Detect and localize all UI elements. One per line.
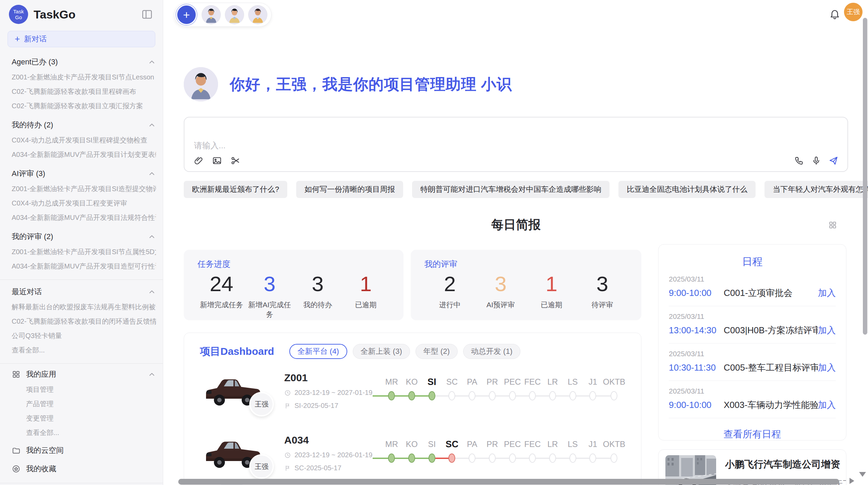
project-row-A034[interactable]: 王强A0342023-12-19 ~ 2026-01-19SC-2025-05-…: [200, 433, 625, 473]
sidebar-task-item[interactable]: 查看全部...: [12, 343, 156, 357]
milestone-label: KO: [402, 437, 422, 451]
sidebar-collapse-icon[interactable]: [141, 8, 153, 21]
composer-right-icons: [794, 156, 839, 166]
milestone-label: PEC: [502, 375, 522, 389]
chat-input[interactable]: 请输入...: [184, 117, 848, 172]
agent-avatar-3[interactable]: [249, 5, 267, 24]
vertical-scrollbar-thumb[interactable]: [863, 18, 867, 335]
milestone-dot: [469, 391, 475, 400]
section-title: 我的评审 (2): [12, 232, 53, 242]
image-upload-icon[interactable]: [212, 156, 222, 166]
project-row-Z001[interactable]: 王强Z0012023-12-19 ~ 2027-01-19SI-2025-05-…: [200, 371, 625, 411]
milestone-PEC: PEC: [502, 375, 522, 405]
section-header-tasks-2[interactable]: AI评审 (3): [12, 166, 156, 182]
milestone-label: KO: [402, 375, 422, 389]
section-header-tasks-0[interactable]: Agent已办 (3): [12, 54, 156, 70]
project-vehicle-image: 王强: [203, 433, 262, 473]
schedule-item-3: 2025/03/1110:30-11:30C005-整车工程目标评审加入: [669, 344, 836, 381]
sidebar-task-item[interactable]: Z001-全新燃油轻卡产品开发项目SI节点属性5D文件评审: [12, 245, 156, 259]
chevron-up-icon[interactable]: [148, 233, 156, 241]
sidebar-divider: [0, 483, 163, 483]
send-icon[interactable]: [828, 156, 839, 166]
view-all-schedule-link[interactable]: 查看所有日程: [669, 428, 836, 441]
app-item[interactable]: 产品管理: [12, 397, 156, 411]
sidebar-task-item[interactable]: A034-全新新能源MUV产品开发项目法规符合性评审: [12, 210, 156, 225]
sidebar-task-item[interactable]: 解释最新出台的欧盟报废车法规再生塑料比例被调至15%...: [12, 300, 156, 314]
project-owner-badge: 王强: [249, 392, 274, 416]
briefing-layout-icon[interactable]: [828, 221, 837, 229]
agent-avatar-1[interactable]: [202, 5, 220, 24]
sidebar-task-item[interactable]: Z001-全新燃油皮卡产品开发项目SI节点Lesson Learn报告: [12, 70, 156, 84]
chevron-up-icon[interactable]: [148, 58, 156, 66]
app-item[interactable]: 查看全部...: [12, 425, 156, 440]
sidebar-task-item[interactable]: 公司Q3轻卡销量: [12, 328, 156, 343]
sidebar-task-item[interactable]: A034-全新新能源MUV产品开发项目计划变更表编写: [12, 147, 156, 162]
project-list: 王强Z0012023-12-19 ~ 2027-01-19SI-2025-05-…: [200, 371, 625, 473]
sidebar-task-item[interactable]: C0X4-动力总成开发项目SI里程碑提交物检查: [12, 133, 156, 147]
suggestion-chip-4[interactable]: 比亚迪全固态电池计划具体说了什么: [618, 181, 756, 198]
project-owner-badge: 王强: [249, 454, 274, 479]
milestone-label: LS: [563, 375, 583, 389]
section-header-tasks-3[interactable]: 我的评审 (2): [12, 229, 156, 245]
app-item[interactable]: 项目管理: [12, 382, 156, 397]
agent-avatar-2[interactable]: [225, 5, 244, 24]
attachment-icon[interactable]: [193, 156, 204, 166]
milestone-LR: LR: [543, 375, 563, 405]
flag-icon: [284, 402, 291, 409]
stat-value: 1: [342, 272, 390, 296]
project-info: A0342023-12-19 ~ 2026-01-19SC-2025-05-17: [284, 434, 376, 472]
chevron-up-icon[interactable]: [148, 170, 156, 178]
section-title: Agent已办 (3): [12, 57, 58, 67]
join-meeting-link[interactable]: 加入: [818, 287, 836, 299]
sidebar-task-item[interactable]: A034-全新新能源MUV产品开发项目造型可行性评审: [12, 259, 156, 273]
scroll-right-arrow-icon[interactable]: [849, 478, 854, 484]
milestone-LS: LS: [563, 375, 583, 405]
section-title: 我的待办 (2): [12, 120, 53, 130]
schedule-event-title: C001-立项审批会: [724, 287, 818, 299]
flag-icon: [284, 465, 291, 472]
dashboard-filter-3[interactable]: 年型 (2): [415, 344, 458, 359]
new-chat-button[interactable]: + 新对话: [8, 31, 155, 47]
sidebar-task-item[interactable]: Z001-全新燃油轻卡产品开发项目SI造型提交物评审: [12, 182, 156, 196]
dashboard-filter-4[interactable]: 动总开发 (1): [463, 344, 520, 359]
add-agent-button[interactable]: +: [177, 5, 196, 24]
section-header-recent[interactable]: 最近对话: [12, 284, 156, 300]
stat-label: 已逾期: [342, 300, 390, 310]
sidebar-task-item[interactable]: C02-飞腾新能源轻客改款项目立项汇报方案: [12, 99, 156, 113]
join-meeting-link[interactable]: 加入: [818, 399, 836, 411]
sidebar-item-folder[interactable]: 我的云空间: [12, 443, 156, 458]
sidebar-item-my-apps[interactable]: 我的应用: [12, 366, 156, 382]
milestone-OKTB: OKTB: [603, 375, 625, 405]
suggestion-chip-2[interactable]: 如何写一份清晰的项目周报: [296, 181, 403, 198]
project-code: A034: [284, 434, 376, 446]
section-header-tasks-1[interactable]: 我的待办 (2): [12, 117, 156, 133]
suggestion-chip-3[interactable]: 特朗普可能对进口汽车增税会对中国车企造成哪些影响: [412, 181, 610, 198]
chevron-up-icon[interactable]: [148, 121, 156, 129]
milestone-PA: PA: [462, 437, 482, 467]
suggestion-chip-1[interactable]: 欧洲新规最近颁布了什么?: [184, 181, 287, 198]
microphone-icon[interactable]: [811, 156, 821, 166]
user-avatar[interactable]: 王强: [844, 3, 863, 21]
app-item[interactable]: 变更管理: [12, 411, 156, 425]
scroll-down-arrow-icon[interactable]: [859, 472, 866, 477]
notification-bell-icon[interactable]: [829, 8, 841, 20]
sidebar-task-item[interactable]: C0X4-动力总成开发项目工程变更评审: [12, 196, 156, 210]
milestone-track: MRKOSISCPAPRPECFECLRLSJ1OKTB: [382, 437, 625, 467]
chevron-up-icon[interactable]: [148, 370, 156, 378]
chevron-up-icon[interactable]: [148, 288, 156, 296]
voice-call-icon[interactable]: [794, 156, 804, 166]
briefing-right-column: 日程 2025/03/119:00-10:00C001-立项审批会加入2025/…: [658, 244, 846, 485]
join-meeting-link[interactable]: 加入: [818, 324, 836, 336]
sidebar-task-item[interactable]: C02-飞腾新能源轻客改款项目的闭环通告反馈情况: [12, 314, 156, 328]
stat-label: 新增AI完成任务: [245, 300, 293, 319]
join-meeting-link[interactable]: 加入: [818, 362, 836, 374]
sidebar-item-star[interactable]: 我的收藏: [12, 461, 156, 477]
suggestion-chip-5[interactable]: 当下年轻人对汽车外观有怎样的喜好趋势: [764, 181, 868, 198]
screenshot-scissors-icon[interactable]: [230, 156, 241, 166]
dashboard-filter-2[interactable]: 全新上装 (3): [353, 344, 410, 359]
sidebar-task-item[interactable]: C02-飞腾新能源轻客改款项目里程碑画布: [12, 84, 156, 99]
stat-label: 进行中: [424, 300, 475, 310]
dashboard-filter-1[interactable]: 全新平台 (4): [289, 344, 347, 359]
horizontal-scrollbar-thumb[interactable]: [178, 479, 839, 485]
milestone-dot: [611, 391, 617, 400]
